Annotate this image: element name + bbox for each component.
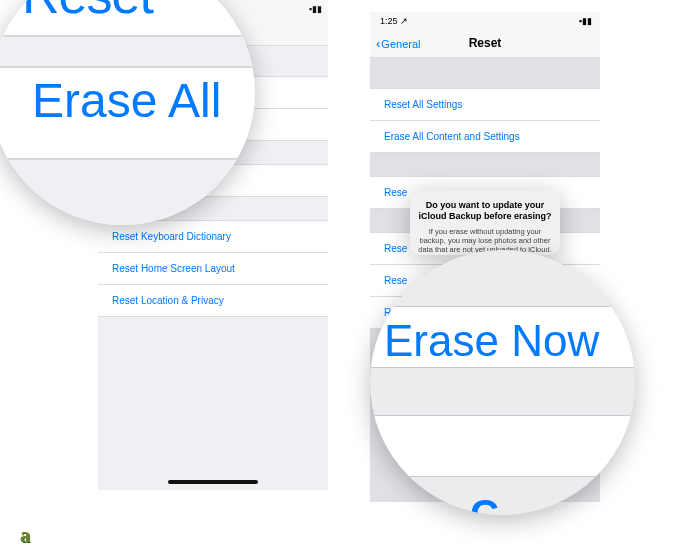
nav-header: 1:25 ↗ ▪▮▮ ‹General Reset: [370, 12, 600, 58]
status-time: 1:25 ↗: [380, 16, 408, 26]
magnified-cancel-peek: C: [470, 492, 499, 515]
row-reset-all-settings[interactable]: Reset All Settings: [370, 88, 600, 121]
alert-title: Do you want to update your iCloud Backup…: [418, 200, 552, 223]
alert-dialog: Do you want to update your iCloud Backup…: [410, 190, 560, 255]
row-erase-all-content[interactable]: Erase All Content and Settings: [370, 120, 600, 153]
row-reset-location[interactable]: Reset Location & Privacy: [98, 284, 328, 317]
magnified-erase-all[interactable]: Erase All: [32, 73, 221, 128]
status-bar-right: ▪▮▮: [309, 4, 322, 14]
page-title: Reset: [370, 36, 600, 50]
watermark: a: [20, 524, 30, 547]
magnified-row: [370, 415, 635, 477]
row-reset-home-screen[interactable]: Reset Home Screen Layout: [98, 252, 328, 285]
magnifier-right: Erase Now C: [370, 250, 635, 515]
magnified-text-reset: Reset: [22, 0, 153, 25]
home-indicator[interactable]: [168, 480, 258, 484]
erase-now-button[interactable]: Erase Now: [384, 316, 634, 366]
row-reset-keyboard[interactable]: Reset Keyboard Dictionary: [98, 220, 328, 253]
status-bar-right: ▪▮▮: [579, 16, 592, 26]
